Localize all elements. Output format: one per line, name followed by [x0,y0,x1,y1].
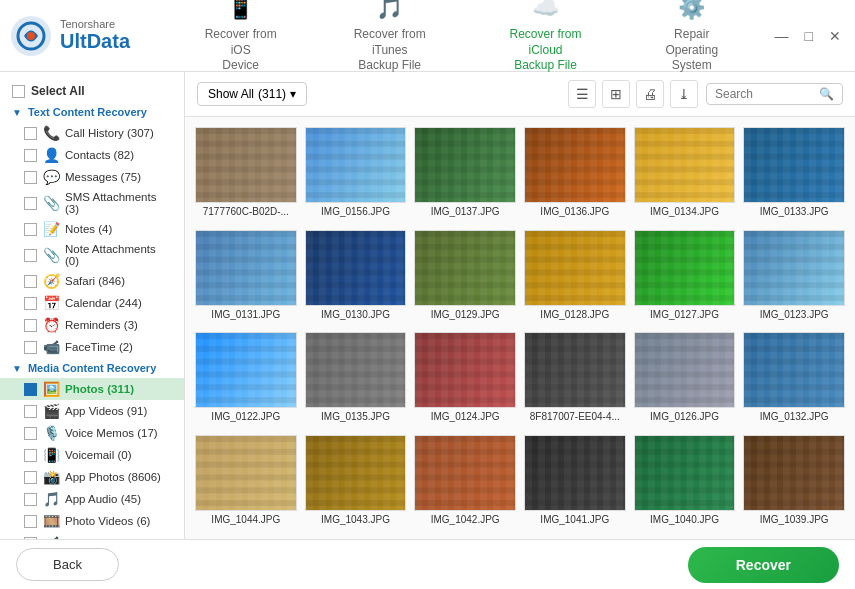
image-cell-12[interactable]: IMG_0122.JPG [195,332,297,427]
image-cell-16[interactable]: IMG_0126.JPG [634,332,736,427]
image-cell-11[interactable]: IMG_0123.JPG [743,230,845,325]
image-label-13: IMG_0135.JPG [321,411,390,422]
sidebar-section-1[interactable]: ▼ Media Content Recovery [0,358,184,378]
sidebar-item-0-0[interactable]: 📞 Call History (307) [0,122,184,144]
checkbox[interactable] [24,471,37,484]
back-button[interactable]: Back [16,548,119,581]
image-label-22: IMG_1040.JPG [650,514,719,525]
logo-icon [10,15,52,57]
image-cell-0[interactable]: 7177760C-B02D-... [195,127,297,222]
image-cell-10[interactable]: IMG_0127.JPG [634,230,736,325]
image-cell-18[interactable]: IMG_1044.JPG [195,435,297,530]
checkbox[interactable] [24,405,37,418]
show-all-dropdown[interactable]: Show All (311) ▾ [197,82,307,106]
image-cell-4[interactable]: IMG_0134.JPG [634,127,736,222]
sidebar-item-0-3[interactable]: 📎 SMS Attachments (3) [0,188,184,218]
select-all-label: Select All [31,84,85,98]
sidebar-item-1-4[interactable]: 📸 App Photos (8606) [0,466,184,488]
image-label-1: IMG_0156.JPG [321,206,390,217]
image-thumb-13 [305,332,407,408]
sidebar-item-0-6[interactable]: 🧭 Safari (846) [0,270,184,292]
close-button[interactable]: ✕ [825,26,845,46]
checkbox[interactable] [24,537,37,540]
image-cell-1[interactable]: IMG_0156.JPG [305,127,407,222]
checkbox[interactable] [24,427,37,440]
image-cell-9[interactable]: IMG_0128.JPG [524,230,626,325]
checkbox[interactable] [24,149,37,162]
sidebar-item-0-7[interactable]: 📅 Calendar (244) [0,292,184,314]
select-all-checkbox[interactable] [12,85,25,98]
checkbox[interactable] [24,341,37,354]
item-icon-0-6: 🧭 [43,273,59,289]
item-label-0-4: Notes (4) [65,223,112,235]
image-cell-7[interactable]: IMG_0130.JPG [305,230,407,325]
image-thumb-12 [195,332,297,408]
sidebar-item-1-2[interactable]: 🎙️ Voice Memos (17) [0,422,184,444]
image-cell-23[interactable]: IMG_1039.JPG [743,435,845,530]
sidebar-section-0[interactable]: ▼ Text Content Recovery [0,102,184,122]
sidebar-item-1-6[interactable]: 🎞️ Photo Videos (6) [0,510,184,532]
image-cell-14[interactable]: IMG_0124.JPG [414,332,516,427]
image-cell-20[interactable]: IMG_1042.JPG [414,435,516,530]
maximize-button[interactable]: □ [801,26,817,46]
item-label-1-4: App Photos (8606) [65,471,161,483]
sidebar-item-0-5[interactable]: 📎 Note Attachments (0) [0,240,184,270]
image-label-14: IMG_0124.JPG [431,411,500,422]
sidebar-item-0-4[interactable]: 📝 Notes (4) [0,218,184,240]
image-thumb-22 [634,435,736,511]
image-thumb-8 [414,230,516,306]
sidebar-item-0-2[interactable]: 💬 Messages (75) [0,166,184,188]
checkbox[interactable] [24,275,37,288]
section-label-1: Media Content Recovery [28,362,156,374]
image-cell-13[interactable]: IMG_0135.JPG [305,332,407,427]
list-view-button[interactable]: ☰ [568,80,596,108]
select-all[interactable]: Select All [0,80,184,102]
checkbox[interactable] [24,449,37,462]
search-input[interactable] [715,87,815,101]
minimize-button[interactable]: — [771,26,793,46]
sidebar-item-1-0[interactable]: 🖼️ Photos (311) [0,378,184,400]
checkbox[interactable] [24,171,37,184]
item-label-1-7: Videos (0) [65,537,117,539]
footer: Back Recover [0,539,855,589]
item-icon-0-1: 👤 [43,147,59,163]
item-label-0-3: SMS Attachments (3) [65,191,172,215]
checkbox[interactable] [24,383,37,396]
sidebar-item-1-1[interactable]: 🎬 App Videos (91) [0,400,184,422]
grid-view-button[interactable]: ⊞ [602,80,630,108]
checkbox[interactable] [24,297,37,310]
sidebar-item-0-9[interactable]: 📹 FaceTime (2) [0,336,184,358]
image-cell-8[interactable]: IMG_0129.JPG [414,230,516,325]
checkbox[interactable] [24,319,37,332]
recover-button[interactable]: Recover [688,547,839,583]
image-thumb-16 [634,332,736,408]
item-icon-1-6: 🎞️ [43,513,59,529]
item-label-0-7: Calendar (244) [65,297,142,309]
checkbox[interactable] [24,127,37,140]
checkbox[interactable] [24,249,37,262]
sidebar-item-1-7[interactable]: 📹 Videos (0) [0,532,184,539]
tab-label-icloud: Recover from iCloudBackup File [492,27,599,74]
image-cell-22[interactable]: IMG_1040.JPG [634,435,736,530]
image-cell-19[interactable]: IMG_1043.JPG [305,435,407,530]
image-cell-2[interactable]: IMG_0137.JPG [414,127,516,222]
image-label-17: IMG_0132.JPG [760,411,829,422]
image-cell-5[interactable]: IMG_0133.JPG [743,127,845,222]
image-cell-21[interactable]: IMG_1041.JPG [524,435,626,530]
sidebar-item-0-8[interactable]: ⏰ Reminders (3) [0,314,184,336]
image-cell-15[interactable]: 8F817007-EE04-4... [524,332,626,427]
tab-icon-itunes: 🎵 [376,0,403,23]
image-cell-6[interactable]: IMG_0131.JPG [195,230,297,325]
image-cell-17[interactable]: IMG_0132.JPG [743,332,845,427]
checkbox[interactable] [24,515,37,528]
sidebar-item-1-5[interactable]: 🎵 App Audio (45) [0,488,184,510]
image-cell-3[interactable]: IMG_0136.JPG [524,127,626,222]
sidebar-item-0-1[interactable]: 👤 Contacts (82) [0,144,184,166]
export-button[interactable]: ⤓ [670,80,698,108]
checkbox[interactable] [24,493,37,506]
checkbox[interactable] [24,223,37,236]
checkbox[interactable] [24,197,37,210]
print-button[interactable]: 🖨 [636,80,664,108]
logo-area: Tenorshare UltData [10,15,170,57]
sidebar-item-1-3[interactable]: 📳 Voicemail (0) [0,444,184,466]
